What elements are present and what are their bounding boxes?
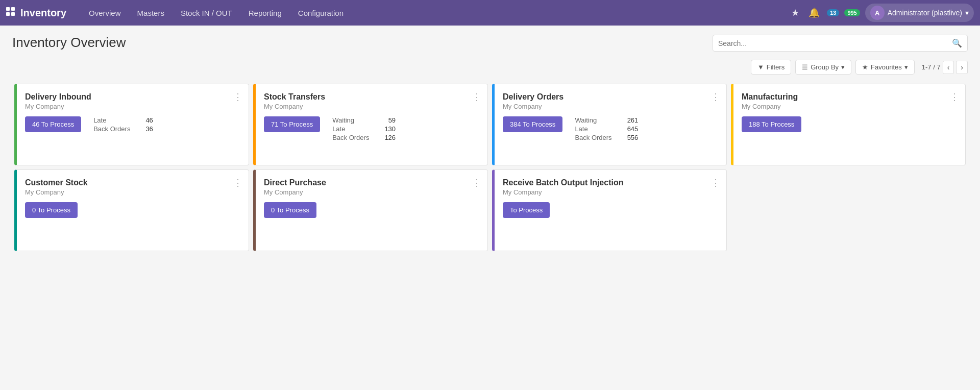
- pagination-prev[interactable]: ‹: [943, 61, 954, 74]
- pagination-next[interactable]: ›: [956, 61, 968, 74]
- stat-row: Waiting 261: [575, 116, 638, 124]
- process-button[interactable]: 46 To Process: [25, 116, 81, 132]
- stat-row: Waiting 59: [332, 116, 396, 124]
- menu-configuration[interactable]: Configuration: [291, 6, 351, 20]
- user-dropdown-icon: ▾: [965, 9, 969, 17]
- star-fav-icon: ★: [862, 63, 868, 71]
- grid-menu-icon[interactable]: [6, 7, 15, 18]
- stat-label: Waiting: [332, 116, 354, 124]
- groupby-label: Group By: [811, 63, 839, 71]
- card-title: Stock Transfers: [264, 92, 479, 102]
- stat-label: Late: [93, 116, 106, 124]
- topnav-right: ★ 🔔 13 995 A Administrator (plastlive) ▾: [789, 4, 974, 22]
- filters-button[interactable]: ▼ Filters: [751, 60, 791, 75]
- menu-stock-in-out[interactable]: Stock IN / OUT: [174, 6, 239, 20]
- stat-label: Back Orders: [93, 125, 130, 133]
- stat-row: Back Orders 126: [332, 134, 396, 141]
- stat-label: Back Orders: [575, 134, 611, 141]
- user-menu[interactable]: A Administrator (plastlive) ▾: [865, 4, 974, 22]
- card-subtitle: My Company: [264, 103, 479, 110]
- process-button[interactable]: 0 To Process: [264, 202, 316, 218]
- update-badge[interactable]: 995: [844, 9, 860, 16]
- card-menu-icon[interactable]: ⋮: [233, 91, 242, 103]
- stat-row: Late 645: [575, 125, 638, 133]
- card-subtitle: My Company: [503, 103, 718, 110]
- stat-label: Waiting: [575, 116, 597, 124]
- card-body: 71 To Process Waiting 59 Late 130 Back O…: [264, 116, 479, 141]
- card-body: To Process: [503, 202, 718, 218]
- stat-value: 261: [627, 116, 639, 124]
- stat-row: Late 130: [332, 125, 396, 133]
- card-body: 0 To Process: [25, 202, 240, 218]
- process-button[interactable]: 71 To Process: [264, 116, 320, 132]
- page-title: Inventory Overview: [12, 35, 126, 51]
- card-subtitle: My Company: [503, 188, 718, 196]
- card-subtitle: My Company: [25, 103, 240, 110]
- svg-rect-1: [11, 7, 15, 11]
- stat-row: Back Orders 36: [93, 125, 153, 133]
- stat-value: 556: [627, 134, 639, 141]
- top-navigation: Inventory Overview Masters Stock IN / OU…: [0, 0, 980, 26]
- menu-overview[interactable]: Overview: [82, 6, 128, 20]
- bell-icon[interactable]: 🔔: [806, 5, 822, 20]
- stat-value: 126: [384, 134, 396, 141]
- chat-badge[interactable]: 13: [827, 9, 839, 16]
- star-icon[interactable]: ★: [789, 5, 801, 20]
- card-menu-icon[interactable]: ⋮: [950, 91, 959, 103]
- main-menu: Overview Masters Stock IN / OUT Reportin…: [82, 6, 789, 20]
- card-menu-icon[interactable]: ⋮: [472, 177, 481, 188]
- process-button[interactable]: 384 To Process: [503, 116, 562, 132]
- favourites-label: Favourites: [871, 63, 902, 71]
- user-name: Administrator (plastlive): [888, 9, 962, 17]
- menu-masters[interactable]: Masters: [130, 6, 172, 20]
- fav-dropdown-icon: ▾: [904, 63, 908, 71]
- card-menu-icon[interactable]: ⋮: [472, 91, 481, 103]
- menu-reporting[interactable]: Reporting: [241, 6, 289, 20]
- groupby-button[interactable]: ☰ Group By ▾: [795, 60, 851, 75]
- stat-value: 645: [627, 125, 639, 133]
- card-title: Delivery Orders: [503, 92, 718, 102]
- stat-label: Late: [575, 125, 587, 133]
- search-icon[interactable]: 🔍: [952, 38, 962, 48]
- card-subtitle: My Company: [264, 188, 479, 196]
- card-direct-purchase[interactable]: Direct Purchase My Company ⋮ 0 To Proces…: [253, 169, 488, 251]
- search-input[interactable]: [718, 39, 952, 47]
- groupby-dropdown-icon: ▾: [841, 63, 845, 71]
- card-manufacturing[interactable]: Manufacturing My Company ⋮ 188 To Proces…: [731, 84, 966, 165]
- card-stats: Waiting 261 Late 645 Back Orders 556: [575, 116, 638, 141]
- filter-icon: ▼: [757, 63, 764, 71]
- stat-value: 130: [384, 125, 396, 133]
- stat-row: Back Orders 556: [575, 134, 638, 141]
- groupby-icon: ☰: [802, 63, 808, 71]
- card-menu-icon[interactable]: ⋮: [711, 91, 720, 103]
- svg-rect-0: [6, 7, 10, 11]
- card-delivery-inbound[interactable]: Delivery Inbound My Company ⋮ 46 To Proc…: [14, 84, 249, 165]
- card-body: 188 To Process: [742, 116, 957, 132]
- card-receive-batch[interactable]: Receive Batch Output Injection My Compan…: [492, 169, 727, 251]
- card-customer-stock[interactable]: Customer Stock My Company ⋮ 0 To Process: [14, 169, 249, 251]
- stat-value: 36: [145, 125, 153, 133]
- card-delivery-orders[interactable]: Delivery Orders My Company ⋮ 384 To Proc…: [492, 84, 727, 165]
- page-header: Inventory Overview 🔍: [0, 26, 980, 58]
- process-button[interactable]: To Process: [503, 202, 550, 218]
- card-title: Customer Stock: [25, 178, 240, 187]
- card-stats: Waiting 59 Late 130 Back Orders 126: [332, 116, 396, 141]
- stat-row: Late 46: [93, 116, 153, 124]
- card-menu-icon[interactable]: ⋮: [233, 177, 242, 188]
- process-button[interactable]: 188 To Process: [742, 116, 801, 132]
- card-body: 0 To Process: [264, 202, 479, 218]
- avatar: A: [870, 6, 885, 20]
- card-stock-transfers[interactable]: Stock Transfers My Company ⋮ 71 To Proce…: [253, 84, 488, 165]
- app-logo[interactable]: Inventory: [20, 7, 66, 19]
- card-title: Delivery Inbound: [25, 92, 240, 102]
- card-menu-icon[interactable]: ⋮: [711, 177, 720, 188]
- process-button[interactable]: 0 To Process: [25, 202, 78, 218]
- stat-value: 46: [145, 116, 153, 124]
- svg-rect-3: [11, 12, 15, 16]
- stat-value: 59: [388, 116, 396, 124]
- search-bar: 🔍: [713, 35, 968, 52]
- card-subtitle: My Company: [25, 188, 240, 196]
- card-body: 384 To Process Waiting 261 Late 645 Back…: [503, 116, 718, 141]
- favourites-button[interactable]: ★ Favourites ▾: [855, 60, 915, 75]
- stat-label: Back Orders: [332, 134, 369, 141]
